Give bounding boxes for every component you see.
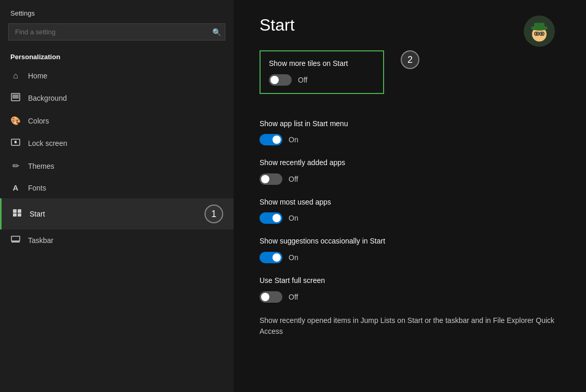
show-recently-added-row: Off	[260, 173, 560, 185]
svg-rect-5	[18, 209, 21, 213]
main-content: Start Show more tiles on Start Off 2 Sho…	[234, 0, 586, 392]
taskbar-icon	[10, 236, 21, 245]
sidebar-item-label: Lock screen	[28, 139, 67, 147]
sidebar-item-label: Taskbar	[28, 236, 53, 245]
sidebar-item-start[interactable]: Start 1	[0, 198, 234, 229]
sidebar-item-label: Colors	[28, 117, 49, 125]
show-app-list-group: Show app list in Start menu On	[260, 119, 560, 146]
show-recently-added-group: Show recently added apps Off	[260, 158, 560, 185]
circle-2: 2	[401, 50, 419, 69]
show-more-tiles-state: Off	[298, 76, 307, 84]
show-app-list-state: On	[289, 136, 298, 144]
show-suggestions-label: Show suggestions occasionally in Start	[260, 236, 560, 247]
svg-rect-4	[13, 209, 17, 213]
show-recently-added-state: Off	[289, 175, 298, 183]
search-input[interactable]	[8, 23, 225, 40]
use-full-screen-group: Use Start full screen Off	[260, 276, 560, 303]
sidebar-item-taskbar[interactable]: Taskbar	[0, 229, 234, 251]
fonts-icon: A	[10, 183, 21, 192]
toggle-knob	[261, 293, 269, 301]
show-more-tiles-row: Off	[269, 74, 375, 86]
show-most-used-group: Show most used apps On	[260, 197, 560, 224]
sidebar-item-label: Fonts	[28, 184, 46, 192]
show-more-tiles-box: Show more tiles on Start Off	[260, 50, 384, 94]
svg-rect-7	[18, 213, 21, 217]
use-full-screen-row: Off	[260, 291, 560, 303]
bottom-text: Show recently opened items in Jump Lists…	[260, 315, 560, 337]
toggle-knob	[272, 253, 281, 262]
show-most-used-row: On	[260, 212, 560, 224]
themes-icon: ✏	[10, 161, 21, 171]
svg-rect-1	[12, 94, 19, 99]
toggle-knob	[270, 76, 279, 84]
use-full-screen-label: Use Start full screen	[260, 276, 560, 286]
show-suggestions-row: On	[260, 252, 560, 263]
show-most-used-toggle[interactable]	[260, 212, 282, 224]
use-full-screen-toggle[interactable]	[260, 291, 282, 303]
svg-rect-9	[11, 241, 20, 242]
toggle-knob	[272, 214, 281, 222]
app-title: Settings	[0, 0, 234, 23]
search-box: 🔍	[8, 23, 225, 40]
nav-menu: ⌂ Home Background 🎨 Colors	[0, 65, 234, 251]
sidebar-item-themes[interactable]: ✏ Themes	[0, 155, 234, 177]
section-label: Personalization	[0, 49, 234, 65]
sidebar-item-background[interactable]: Background	[0, 87, 234, 110]
toggle-knob	[261, 175, 269, 183]
lock-screen-icon	[10, 138, 21, 148]
toggle-knob	[272, 136, 281, 144]
show-recently-added-label: Show recently added apps	[260, 158, 560, 168]
show-suggestions-state: On	[289, 253, 298, 262]
sidebar-item-lock-screen[interactable]: Lock screen	[0, 132, 234, 155]
svg-point-13	[536, 33, 538, 35]
show-more-tiles-label: Show more tiles on Start	[269, 59, 375, 69]
svg-rect-3	[15, 141, 17, 143]
search-icon[interactable]: 🔍	[212, 28, 221, 36]
page-title: Start	[260, 16, 560, 35]
show-app-list-toggle[interactable]	[260, 134, 282, 145]
background-icon	[10, 93, 21, 103]
svg-rect-8	[11, 236, 20, 241]
sidebar: Settings 🔍 Personalization ⌂ Home Backgr…	[0, 0, 234, 392]
show-recently-added-toggle[interactable]	[260, 173, 282, 185]
svg-rect-6	[13, 213, 17, 217]
show-suggestions-toggle[interactable]	[260, 252, 282, 263]
show-suggestions-group: Show suggestions occasionally in Start O…	[260, 236, 560, 263]
svg-rect-19	[534, 23, 544, 29]
show-most-used-state: On	[289, 214, 298, 222]
avatar	[524, 16, 555, 47]
sidebar-item-home[interactable]: ⌂ Home	[0, 65, 234, 87]
colors-icon: 🎨	[10, 116, 21, 126]
home-icon: ⌂	[10, 71, 21, 80]
sidebar-item-label: Home	[28, 72, 47, 80]
start-icon	[12, 209, 22, 219]
sidebar-item-label: Themes	[28, 162, 54, 170]
show-most-used-label: Show most used apps	[260, 197, 560, 208]
show-more-tiles-toggle[interactable]	[269, 74, 292, 86]
show-app-list-label: Show app list in Start menu	[260, 119, 560, 129]
svg-point-14	[541, 33, 543, 35]
show-app-list-row: On	[260, 134, 560, 145]
sidebar-item-label: Start	[30, 210, 45, 218]
sidebar-item-fonts[interactable]: A Fonts	[0, 177, 234, 198]
use-full-screen-state: Off	[289, 293, 298, 301]
circle-1: 1	[205, 205, 223, 223]
sidebar-item-label: Background	[28, 94, 67, 102]
sidebar-item-colors[interactable]: 🎨 Colors	[0, 110, 234, 132]
